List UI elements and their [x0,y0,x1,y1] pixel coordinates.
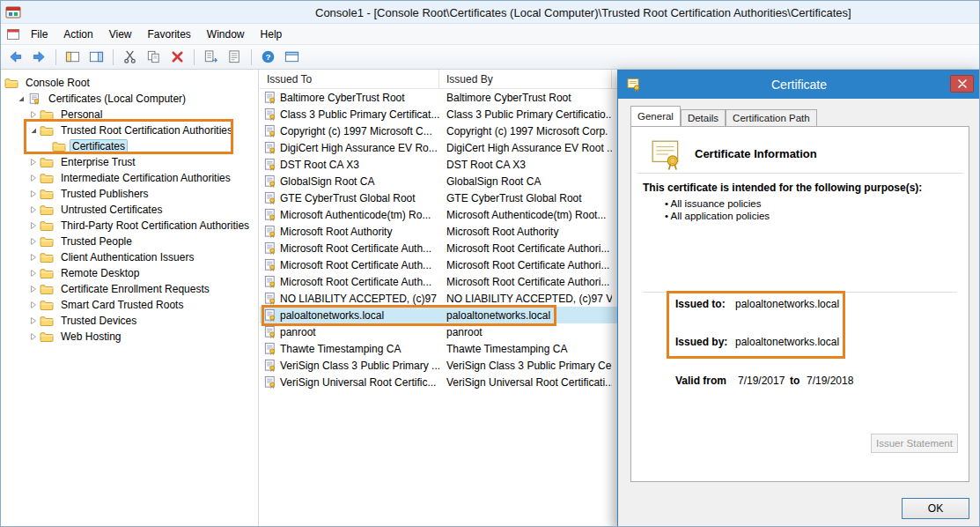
issued-to-text: Microsoft Authenticode(tm) Ro... [280,209,431,221]
separator-line [643,292,957,293]
svg-text:?: ? [265,52,270,62]
close-button[interactable] [950,75,974,93]
tree-item-trusted-root-certification-authorities[interactable]: Trusted Root Certification Authorities [1,122,258,138]
cert-icon [263,158,276,171]
tree-item-certificate-enrollment-requests[interactable]: Certificate Enrollment Requests [1,281,258,297]
forward-button[interactable] [28,47,50,67]
cut-icon [122,49,137,64]
dialog-tabs: GeneralDetailsCertification Path [630,108,817,126]
valid-to-label: to [790,375,799,387]
tree-item-smart-card-trusted-roots[interactable]: Smart Card Trusted Roots [1,297,258,313]
issued-by-cell: GTE CyberTrust Global Root [439,189,612,206]
issued-to-cell: Thawte Timestamping CA [260,340,439,357]
show-console-tree-button[interactable] [62,47,84,67]
tree-item-label: Trusted Publishers [57,186,152,202]
menu-item-favorites[interactable]: Favorites [140,25,199,44]
expand-icon[interactable] [29,158,38,167]
tab-certification-path[interactable]: Certification Path [726,109,817,126]
expand-icon[interactable] [29,189,38,198]
tree-item-label: Third-Party Root Certification Authoriti… [57,218,253,234]
cut-button[interactable] [119,47,141,67]
console-tree: Console RootCertificates (Local Computer… [1,70,259,527]
tree-item-personal[interactable]: Personal [1,107,258,122]
expand-icon[interactable] [29,221,38,230]
cert-icon [263,375,276,389]
column-header-issued-to[interactable]: Issued To [260,70,439,88]
issued-to-text: Baltimore CyberTrust Root [280,92,405,104]
cert-icon [263,191,276,204]
tree-item-label: Web Hosting [57,329,124,345]
issued-to-cell: GTE CyberTrust Global Root [260,189,439,206]
tree-item-label: Smart Card Trusted Roots [57,297,187,313]
folder-icon [40,108,54,121]
tree-item-label: Client Authentication Issuers [57,249,197,265]
issued-by-cell: VeriSign Universal Root Certificati... [439,374,612,390]
menu-item-file[interactable]: File [23,25,55,44]
folder-icon [40,315,54,327]
collapse-icon[interactable] [17,94,26,103]
expand-icon[interactable] [29,174,38,182]
export-list-button[interactable] [200,47,222,67]
issued-by-label: Issued by: [675,336,727,348]
menu-item-view[interactable]: View [101,25,140,44]
collapse-icon[interactable] [29,126,38,135]
expand-icon[interactable] [29,110,38,119]
menu-bar-items: FileActionViewFavoritesWindowHelp [23,24,290,44]
tree-item-enterprise-trust[interactable]: Enterprise Trust [1,154,258,170]
menu-item-action[interactable]: Action [55,25,100,44]
copy-button[interactable] [143,47,165,67]
issued-to-cell: NO LIABILITY ACCEPTED, (c)97 ... [260,290,439,307]
tree-item-client-authentication-issuers[interactable]: Client Authentication Issuers [1,249,258,265]
issued-to-text: GlobalSign Root CA [280,175,374,188]
issued-by-cell: VeriSign Class 3 Public Primary Ce... [439,357,612,374]
issued-to-cell: Baltimore CyberTrust Root [260,89,439,106]
tree-item-trusted-publishers[interactable]: Trusted Publishers [1,186,258,202]
issued-to-text: panroot [280,326,316,338]
tree-item-web-hosting[interactable]: Web Hosting [1,329,258,345]
dialog-title-bar[interactable]: Certificate [618,71,980,99]
tree-item-certificates-local-computer[interactable]: Certificates (Local Computer) [1,91,258,107]
issued-by-cell: Baltimore CyberTrust Root [439,89,612,106]
expand-icon[interactable] [29,316,38,325]
menu-item-help[interactable]: Help [253,25,291,44]
copy-icon [146,49,161,64]
menu-item-window[interactable]: Window [199,25,253,44]
valid-from-date: 7/19/2017 [738,375,785,387]
tree-item-intermediate-certification-authorities[interactable]: Intermediate Certification Authorities [1,170,258,186]
mmc-console-icon [5,4,21,20]
column-header-issued-by[interactable]: Issued By [439,70,612,88]
issued-by-cell: DigiCert High Assurance EV Root ... [439,139,612,156]
tree-item-trusted-devices[interactable]: Trusted Devices [1,313,258,329]
expand-icon[interactable] [29,301,38,309]
delete-button[interactable] [166,47,188,67]
expand-icon[interactable] [29,253,38,262]
certificate-dialog: Certificate GeneralDetailsCertification … [617,70,980,527]
issued-by-cell: Microsoft Authenticode(tm) Root... [439,206,612,223]
tree-item-trusted-people[interactable]: Trusted People [1,234,258,249]
properties-button[interactable] [224,47,246,67]
tree-item-console-root[interactable]: Console Root [1,75,258,91]
issued-to-text: Microsoft Root Certificate Auth... [280,259,431,271]
expand-icon[interactable] [29,285,38,293]
tab-details[interactable]: Details [681,109,726,126]
show-action-pane-button[interactable] [85,47,107,67]
tab-general[interactable]: General [630,106,681,126]
tree-item-label: Trusted Devices [57,313,140,329]
tree-item-remote-desktop[interactable]: Remote Desktop [1,265,258,281]
help-button[interactable]: ? [257,47,279,67]
action-pane-button[interactable] [281,47,303,67]
menu-bar: FileActionViewFavoritesWindowHelp [1,24,979,45]
expand-icon[interactable] [29,237,38,246]
expand-icon[interactable] [29,269,38,278]
expand-icon[interactable] [29,205,38,214]
issued-to-label: Issued to: [675,298,726,310]
tree-item-certificates[interactable]: Certificates [1,138,258,154]
expand-icon[interactable] [29,332,38,341]
tree-item-third-party-root-certification-authorities[interactable]: Third-Party Root Certification Authoriti… [1,218,258,234]
back-button[interactable] [4,47,26,67]
ok-button[interactable]: OK [902,498,969,519]
cert-icon [263,292,276,305]
issued-by-cell: Microsoft Root Certificate Authori... [439,273,612,290]
issuer-statement-button[interactable]: Issuer Statement [871,434,958,453]
tree-item-untrusted-certificates[interactable]: Untrusted Certificates [1,202,258,218]
